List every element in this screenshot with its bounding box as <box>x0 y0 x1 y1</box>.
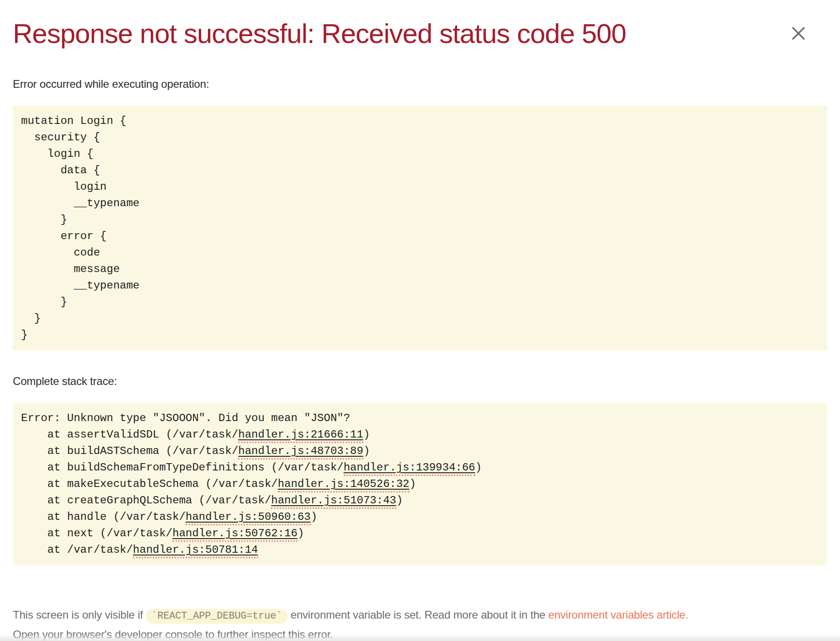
trace-location-text: handler.js:48703:89 <box>238 445 363 459</box>
footer-text-before-chip: This screen is only visible if <box>13 609 146 621</box>
trace-location-text: handler.js:50762:16 <box>172 527 298 542</box>
error-debug-overlay: Response not successful: Received status… <box>0 0 840 641</box>
stacktrace-code-block: Error: Unknown type "JSOOON". Did you me… <box>13 403 827 566</box>
footer-text-after-chip: environment variable is set. Read more a… <box>287 609 548 621</box>
bottom-fade-divider <box>0 634 840 641</box>
close-button[interactable] <box>788 23 809 44</box>
environment-variables-article-link[interactable]: environment variables article. <box>548 609 688 621</box>
stacktrace-code: Error: Unknown type "JSOOON". Did you me… <box>21 410 819 558</box>
trace-location-text: handler.js:139934:66 <box>344 461 475 476</box>
env-var-chip: `REACT_APP_DEBUG=true` <box>146 609 287 624</box>
operation-code: mutation Login { security { login { data… <box>21 113 819 343</box>
trace-location-text: handler.js:50781:14 <box>133 544 258 558</box>
close-icon <box>791 26 806 41</box>
header: Response not successful: Received status… <box>13 0 827 51</box>
error-title: Response not successful: Received status… <box>13 16 626 51</box>
operation-code-block: mutation Login { security { login { data… <box>13 106 827 351</box>
trace-location-text: handler.js:51073:43 <box>271 494 396 509</box>
trace-location-text: handler.js:140526:32 <box>278 478 409 492</box>
operation-section-label: Error occurred while executing operation… <box>13 76 827 92</box>
trace-location-text: handler.js:21666:11 <box>238 428 363 443</box>
stacktrace-section-label: Complete stack trace: <box>13 374 827 389</box>
trace-location-text: handler.js:50960:63 <box>186 511 311 525</box>
